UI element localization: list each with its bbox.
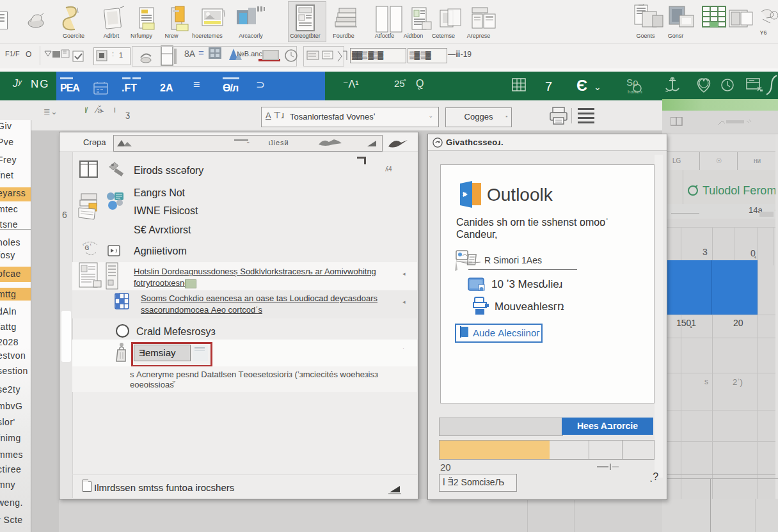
svg-text:Sρ: Sρ bbox=[626, 77, 639, 88]
svg-text:harten: harten bbox=[628, 89, 642, 95]
svg-text:ʿɢʿ: ʿɢʿ bbox=[82, 242, 92, 252]
